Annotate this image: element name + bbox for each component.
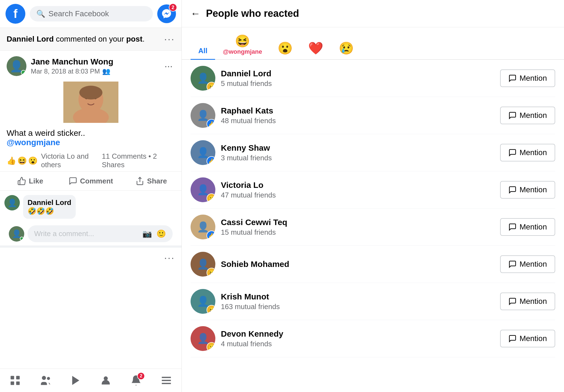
video-icon: [70, 374, 82, 386]
menu-icon: [160, 374, 172, 386]
mention-button[interactable]: Mention: [500, 218, 555, 236]
nav-video[interactable]: [70, 374, 82, 386]
mention-button[interactable]: Mention: [500, 330, 555, 347]
mention-button[interactable]: Mention: [500, 69, 555, 87]
person-name: Devon Kennedy: [221, 329, 495, 339]
person-row: 👤😆Krish Munot163 mutual friendsMention: [191, 283, 555, 320]
person-info: Krish Munot163 mutual friends: [221, 292, 495, 311]
reaction-badge: 😮: [207, 193, 215, 202]
camera-icon[interactable]: 📷: [142, 229, 152, 238]
mention-label: Mention: [519, 74, 547, 83]
mention-button[interactable]: Mention: [500, 107, 555, 124]
like-button[interactable]: Like: [0, 173, 61, 189]
notification-bar: Danniel Lord commented on your post. ···: [0, 28, 181, 51]
reaction-badge: 👍: [207, 156, 215, 165]
mention-button[interactable]: Mention: [500, 144, 555, 161]
online-indicator: [21, 70, 26, 75]
svg-rect-10: [16, 382, 20, 385]
comment-button[interactable]: Comment: [61, 173, 121, 189]
person-info: Victoria Lo47 mutual friends: [221, 180, 495, 199]
friends-icon: [39, 374, 51, 386]
more-options-bar: ···: [0, 248, 181, 268]
search-bar[interactable]: 🔍 Search Facebook: [30, 6, 153, 21]
person-mutual: 4 mutual friends: [221, 340, 495, 348]
post-reactions-bar: 👍 😆 😮 Victoria Lo and others 11 Comments…: [0, 150, 181, 172]
tab-sad-emoji: 😢: [339, 41, 354, 55]
notification-more-button[interactable]: ···: [164, 33, 175, 45]
comment-input-placeholder: Write a comment...: [34, 229, 94, 238]
more-options-button[interactable]: ···: [164, 252, 175, 264]
tab-haha[interactable]: 😆 @wongmjane: [215, 32, 270, 59]
reaction-tabs: All 😆 @wongmjane 😮 ❤️ 😢: [182, 27, 564, 60]
post-more-button[interactable]: ···: [162, 60, 175, 72]
tab-all-label: All: [198, 47, 207, 55]
person-mutual: 47 mutual friends: [221, 191, 495, 199]
mention-button[interactable]: Mention: [500, 255, 555, 273]
back-button[interactable]: ←: [191, 8, 200, 19]
emoji-icon[interactable]: 🙂: [156, 229, 166, 238]
tab-wow[interactable]: 😮: [270, 39, 300, 59]
mention-label: Mention: [519, 111, 547, 120]
nav-home[interactable]: [9, 374, 21, 386]
mention-button[interactable]: Mention: [500, 293, 555, 310]
svg-point-14: [104, 376, 108, 380]
person-row: 👤👍Raphael Kats48 mutual friendsMention: [191, 97, 555, 134]
wow-emoji: 😮: [28, 156, 38, 165]
left-panel: f 🔍 Search Facebook 2 Danniel Lord comme…: [0, 0, 182, 392]
person-info: Raphael Kats48 mutual friends: [221, 106, 495, 125]
post-mention[interactable]: @wongmjane: [7, 138, 60, 147]
bottom-nav: 2: [0, 369, 181, 392]
comment-mention-icon: [508, 148, 517, 157]
person-row: 👤😆Danniel Lord5 mutual friendsMention: [191, 60, 555, 97]
messenger-button[interactable]: 2: [157, 4, 176, 23]
mention-label: Mention: [519, 334, 547, 343]
nav-friends[interactable]: [39, 374, 51, 386]
mention-label: Mention: [519, 148, 547, 157]
haha-emoji: 😆: [17, 156, 27, 165]
post-caption: What a weird sticker.. @wongmjane: [0, 126, 181, 150]
tab-haha-emoji: 😆: [235, 34, 250, 48]
mention-label: Mention: [519, 260, 547, 269]
comment-mention-icon: [508, 334, 517, 343]
person-name: Cassi Cewwi Teq: [221, 218, 495, 227]
share-icon: [135, 177, 144, 185]
notification-badge: 2: [137, 372, 145, 380]
reaction-badge: 👍: [207, 119, 215, 128]
nav-menu[interactable]: [160, 374, 172, 386]
reaction-badge: 😆: [207, 305, 215, 314]
svg-rect-8: [16, 376, 20, 380]
comment-bubble: Danniel Lord 🤣🤣🤣: [23, 195, 76, 219]
share-button[interactable]: Share: [121, 173, 181, 189]
notification-text: Danniel Lord commented on your post.: [7, 35, 145, 44]
comment-mention-icon: [508, 223, 517, 231]
reaction-badge: 😮: [207, 342, 215, 351]
like-icon: [17, 177, 26, 185]
comment-input-icons: 📷 🙂: [142, 229, 166, 238]
comment-mention-icon: [508, 186, 517, 194]
post-stats: 11 Comments • 2 Shares: [102, 152, 175, 169]
mention-button[interactable]: Mention: [500, 181, 555, 199]
tab-love[interactable]: ❤️: [300, 39, 331, 59]
person-row: 👤😮Devon Kennedy4 mutual friendsMention: [191, 320, 555, 357]
post-image-container: [0, 79, 181, 126]
comment-input[interactable]: Write a comment... 📷 🙂: [28, 225, 173, 242]
search-icon: 🔍: [36, 10, 45, 18]
reaction-badge: 👍: [207, 231, 215, 239]
tab-sad[interactable]: 😢: [331, 39, 362, 59]
right-panel: ← People who reacted All 😆 @wongmjane 😮 …: [182, 0, 564, 392]
nav-notifications[interactable]: 2: [130, 374, 142, 386]
post-author-avatar: 👤: [7, 56, 26, 76]
nav-profile[interactable]: [100, 374, 112, 386]
svg-marker-13: [72, 376, 79, 385]
person-name: Raphael Kats: [221, 106, 495, 115]
tab-all[interactable]: All: [191, 44, 215, 60]
person-info: Sohieb Mohamed: [221, 259, 495, 269]
facebook-logo[interactable]: f: [6, 4, 25, 24]
separator: [0, 245, 181, 248]
comment-mention-icon: [508, 111, 517, 120]
tab-haha-mention: @wongmjane: [223, 48, 262, 55]
reaction-badge: 😆: [207, 268, 215, 277]
post-author-name: Jane Manchun Wong: [31, 57, 113, 66]
tab-love-emoji: ❤️: [308, 41, 323, 55]
reaction-names[interactable]: Victoria Lo and others: [41, 152, 102, 169]
